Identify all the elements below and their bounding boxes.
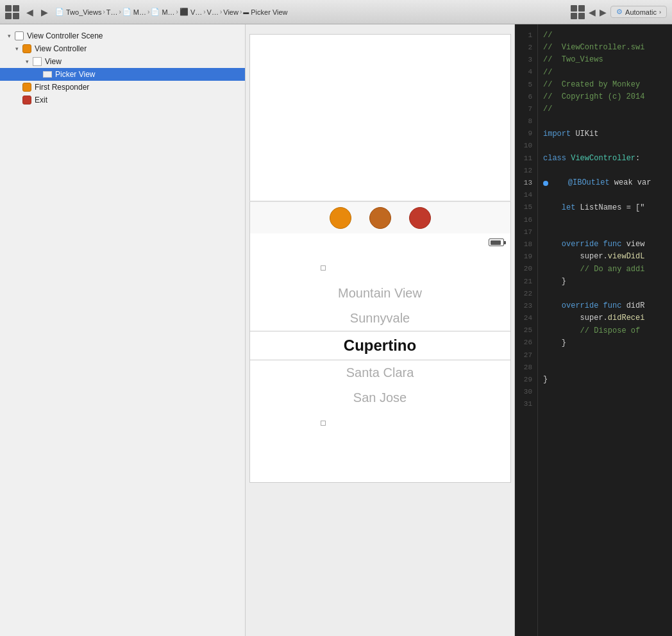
code-line-1: // [543, 29, 672, 42]
code-content[interactable]: // // ViewController.swi // Two_Views //… [538, 24, 672, 636]
nav-forward[interactable]: ▶ [38, 6, 51, 19]
code-line-14 [543, 189, 672, 201]
ln-23: 23 [515, 300, 532, 312]
breadcrumb-sep-6: › [220, 8, 222, 15]
code-line-10 [543, 140, 672, 153]
breadcrumb-t[interactable]: T… [106, 8, 118, 16]
breadcrumb-m2[interactable]: 📄 M… [151, 8, 174, 16]
canvas-picker: Mountain View Sunnyvale Cupertino Santa … [249, 233, 511, 483]
breadcrumb-v1[interactable]: ⬛ V… [180, 8, 202, 16]
picker-icon [42, 69, 53, 80]
code-line-23: override func didR [543, 300, 672, 312]
navigator-panel: ▾ View Controller Scene ▾ View Controlle… [0, 24, 246, 636]
toggle-picker [33, 71, 41, 78]
iphone-mockup: Mountain View Sunnyvale Cupertino Santa … [249, 34, 511, 483]
scene-label: View Controller Scene [27, 31, 103, 40]
toggle-view: ▾ [23, 58, 31, 65]
toolbar-right: ◀ ▶ ⚙ Automatic › [571, 5, 667, 19]
ln-25: 25 [515, 325, 532, 337]
ln-29: 29 [515, 374, 532, 386]
nav-buttons: ◀ ▶ [23, 6, 51, 19]
exit-icon [22, 95, 32, 105]
code-line-25: // Dispose of [543, 325, 672, 337]
nav-back[interactable]: ◀ [23, 6, 37, 19]
code-line-13: @IBOutlet weak var [543, 177, 672, 189]
breadcrumb-sep-4: › [176, 8, 178, 15]
ln-17: 17 [515, 226, 532, 238]
ln-8: 8 [515, 115, 532, 128]
toolbar-icon-1 [330, 207, 351, 229]
line-numbers: 1 2 3 4 5 6 7 8 9 10 11 12 13 14 15 16 1… [515, 24, 538, 636]
ln-19: 19 [515, 251, 532, 263]
chevron-right-icon: › [659, 9, 661, 15]
toggle-first-responder [13, 83, 21, 91]
grid-icon-left[interactable] [5, 5, 19, 19]
scene-icon [14, 31, 24, 41]
code-line-16 [543, 214, 672, 226]
ln-9: 9 [515, 128, 532, 140]
automatic-badge[interactable]: ⚙ Automatic › [610, 6, 667, 18]
code-line-19: super.viewDidL [543, 251, 672, 263]
ln-10: 10 [515, 140, 532, 153]
ln-13: 13 [515, 177, 532, 189]
toggle-exit [13, 96, 21, 104]
battery-fill [491, 240, 501, 245]
picker-spacer-top [250, 233, 510, 265]
code-line-21: } [543, 276, 672, 288]
battery-cap [504, 241, 506, 244]
ln-26: 26 [515, 337, 532, 349]
nav-back-right[interactable]: ◀ [589, 7, 596, 17]
tree-item-vc[interactable]: ▾ View Controller [0, 42, 245, 55]
breadcrumb-m1[interactable]: 📄 M… [122, 8, 146, 16]
code-editor: 1 2 3 4 5 6 7 8 9 10 11 12 13 14 15 16 1… [515, 24, 672, 636]
picker-spacer-bottom [250, 431, 510, 482]
toolbar: ◀ ▶ 📄 Two_Views › T… › 📄 M… › 📄 M… › ⬛ V… [0, 0, 672, 24]
code-line-17 [543, 226, 672, 238]
grid-icon-right[interactable] [571, 5, 585, 19]
code-line-2: // ViewController.swi [543, 42, 672, 54]
ln-15: 15 [515, 202, 532, 214]
breadcrumb-sep-3: › [147, 8, 149, 15]
code-line-11: class ViewController: [543, 153, 672, 165]
first-responder-icon [22, 82, 32, 92]
canvas-view-top [249, 34, 511, 201]
ln-7: 7 [515, 103, 532, 115]
tree-item-exit[interactable]: Exit [0, 94, 245, 106]
code-line-28 [543, 362, 672, 374]
code-line-30 [543, 386, 672, 398]
breadcrumb-sep-7: › [240, 8, 242, 15]
canvas-panel: Mountain View Sunnyvale Cupertino Santa … [246, 24, 515, 636]
nav-tree: ▾ View Controller Scene ▾ View Controlle… [0, 24, 245, 112]
code-line-3: // Two_Views [543, 54, 672, 66]
tree-item-scene[interactable]: ▾ View Controller Scene [0, 29, 245, 42]
breadcrumb-two-views[interactable]: 📄 Two_Views [55, 8, 101, 16]
tree-item-picker[interactable]: Picker View [0, 68, 245, 81]
code-line-9: import UIKit [543, 128, 672, 140]
code-line-6: // Copyright (c) 2014 [543, 91, 672, 103]
ln-12: 12 [515, 165, 532, 177]
breadcrumb-sep-1: › [103, 8, 105, 15]
canvas-area[interactable]: Mountain View Sunnyvale Cupertino Santa … [246, 24, 514, 636]
toolbar-icon-2 [369, 207, 391, 229]
code-line-29: } [543, 374, 672, 386]
nav-forward-right[interactable]: ▶ [600, 7, 607, 17]
ln-27: 27 [515, 349, 532, 362]
breadcrumb-view[interactable]: View [223, 8, 239, 16]
ln-24: 24 [515, 312, 532, 324]
picker-label: Picker View [55, 70, 95, 79]
breadcrumb-picker-view[interactable]: ▬ Picker View [243, 8, 287, 16]
code-line-7: // [543, 103, 672, 115]
ln-28: 28 [515, 362, 532, 374]
code-line-5: // Created by Monkey [543, 79, 672, 91]
battery-icon [489, 238, 504, 246]
picker-item-mountain-view: Mountain View [250, 281, 510, 306]
tree-item-first-responder[interactable]: First Responder [0, 81, 245, 94]
canvas-toolbar [249, 201, 511, 233]
ln-16: 16 [515, 214, 532, 226]
ln-14: 14 [515, 189, 532, 201]
tree-item-view[interactable]: ▾ View [0, 55, 245, 68]
breadcrumb-v2[interactable]: V… [207, 8, 219, 16]
ln-4: 4 [515, 67, 532, 79]
code-line-24: super.didRecei [543, 312, 672, 324]
picker-item-santa-clara: Santa Clara [250, 360, 510, 385]
